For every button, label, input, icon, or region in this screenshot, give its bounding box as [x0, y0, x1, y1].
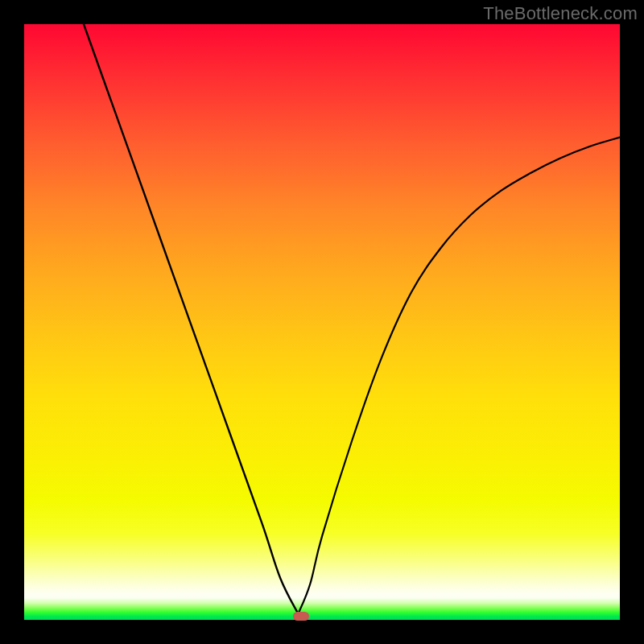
- watermark-text: TheBottleneck.com: [483, 3, 638, 24]
- curve-left-branch: [84, 24, 298, 614]
- curve-right-branch: [298, 138, 620, 614]
- minimum-marker: [293, 612, 309, 621]
- chart-plot-area: [24, 24, 620, 620]
- curve-svg: [24, 24, 620, 620]
